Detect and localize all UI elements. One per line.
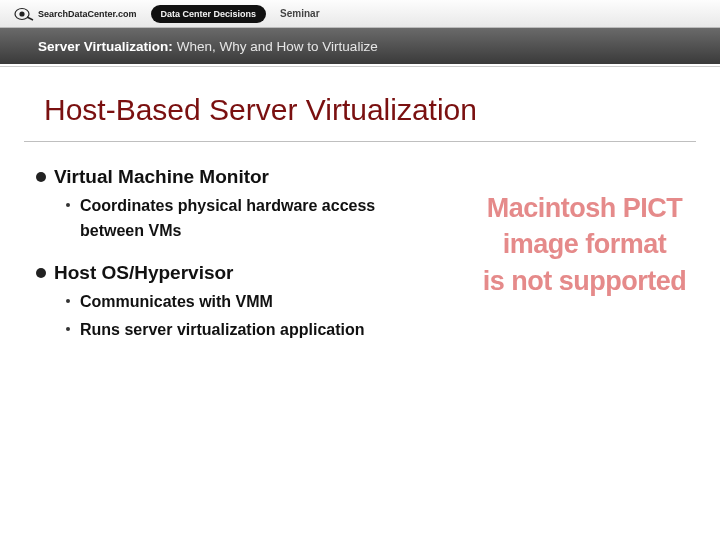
subtitle-bar: Server Virtualization: When, Why and How… — [0, 28, 720, 64]
site-logo: SearchDataCenter.com — [14, 7, 137, 21]
sub-bullet-list: Coordinates physical hardware access bet… — [66, 194, 386, 244]
sub-bullet-dot-icon — [66, 203, 70, 207]
logo-text: SearchDataCenter.com — [38, 9, 137, 19]
brand-pill: Data Center Decisions — [151, 5, 267, 23]
bullet-title: Host OS/Hypervisor — [54, 262, 234, 284]
sub-bullet: Runs server virtualization application — [66, 318, 386, 343]
magnifier-eye-icon — [14, 7, 34, 21]
slide-title: Host-Based Server Virtualization — [0, 67, 720, 137]
sub-bullet-text: Runs server virtualization application — [80, 318, 365, 343]
pict-error-line: is not supported — [477, 263, 692, 299]
sub-bullet-text: Coordinates physical hardware access bet… — [80, 194, 386, 244]
svg-line-2 — [27, 17, 33, 20]
sub-bullet-text: Communicates with VMM — [80, 290, 273, 315]
sub-bullet-dot-icon — [66, 299, 70, 303]
sub-bullet-dot-icon — [66, 327, 70, 331]
pict-error-line: Macintosh PICT — [477, 190, 692, 226]
subtitle-rest: When, Why and How to Virtualize — [177, 39, 378, 54]
bullet-title: Virtual Machine Monitor — [54, 166, 269, 188]
bullet-disc-icon — [36, 172, 46, 182]
sub-bullet: Communicates with VMM — [66, 290, 386, 315]
header-bar: SearchDataCenter.com Data Center Decisio… — [0, 0, 720, 28]
sub-bullet-list: Communicates with VMM Runs server virtua… — [66, 290, 386, 344]
bullet-disc-icon — [36, 268, 46, 278]
subtitle-strong: Server Virtualization: — [38, 39, 173, 54]
pict-error-line: image format — [477, 226, 692, 262]
sub-bullet: Coordinates physical hardware access bet… — [66, 194, 386, 244]
bullet-heading: Virtual Machine Monitor — [36, 166, 720, 188]
seminar-label: Seminar — [280, 8, 319, 19]
svg-point-1 — [19, 11, 24, 16]
pict-error-placeholder: Macintosh PICT image format is not suppo… — [477, 190, 692, 299]
